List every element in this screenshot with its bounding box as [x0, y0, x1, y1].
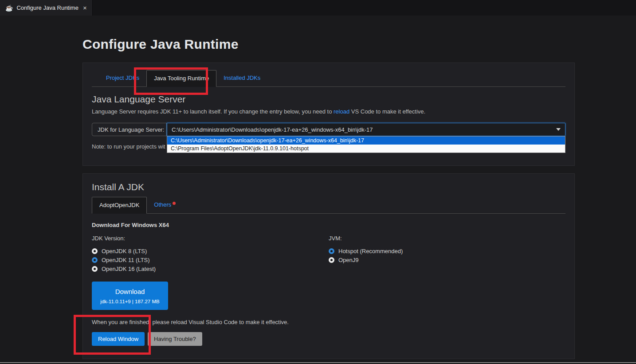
bottom-edge-strip	[0, 362, 636, 364]
java-runtime-panel: Project JDKs Java Tooling Runtime Instal…	[82, 63, 575, 166]
editor-tab-configure-java-runtime[interactable]: ☕ Configure Java Runtime ×	[0, 0, 93, 16]
tab-java-tooling-runtime[interactable]: Java Tooling Runtime	[146, 70, 216, 87]
radio-checked-icon	[329, 248, 334, 254]
runtime-tabs: Project JDKs Java Tooling Runtime Instal…	[92, 70, 565, 87]
editor-tab-label: Configure Java Runtime	[16, 4, 78, 11]
jdk-language-server-select[interactable]: C:\Users\Administrator\Downloads\openjdk…	[167, 123, 565, 136]
dropdown-option-jdk-17[interactable]: C:\Users\Administrator\Downloads\openjdk…	[167, 137, 565, 145]
jdk-language-server-label: JDK for Language Server:	[92, 123, 167, 136]
install-tabs: AdoptOpenJDK Others	[92, 197, 565, 214]
options-columns: JDK Version: OpenJDK 8 (LTS) OpenJDK 11 …	[92, 235, 565, 274]
tab-close-icon[interactable]: ×	[82, 4, 88, 12]
java-language-server-heading: Java Language Server	[92, 94, 565, 105]
description-text: Language Server requires JDK 11+ to laun…	[92, 108, 334, 115]
download-button[interactable]: Download jdk-11.0.11+9 | 187.27 MB	[92, 282, 168, 310]
radio-label: OpenJDK 11 (LTS)	[102, 257, 150, 263]
jdk-version-label: JDK Version:	[92, 235, 329, 242]
radio-openjdk-11[interactable]: OpenJDK 11 (LTS)	[92, 256, 329, 264]
radio-unchecked-icon	[92, 248, 98, 254]
radio-unchecked-icon	[329, 257, 334, 263]
download-for-heading: Download For Windows X64	[92, 222, 565, 228]
radio-checked-icon	[92, 257, 98, 263]
page-title: Configure Java Runtime	[82, 37, 239, 52]
radio-openj9[interactable]: OpenJ9	[329, 256, 403, 264]
select-value: C:\Users\Administrator\Downloads\openjdk…	[172, 126, 373, 133]
download-button-label: Download	[115, 288, 145, 295]
tab-others[interactable]: Others	[147, 197, 183, 213]
radio-label: OpenJDK 16 (Latest)	[102, 266, 156, 272]
dropdown-option-jdk-11[interactable]: C:\Program Files\AdoptOpenJDK\jdk-11.0.9…	[167, 145, 565, 153]
radio-openjdk-16[interactable]: OpenJDK 16 (Latest)	[92, 265, 329, 273]
radio-label: Hotspot (Recommended)	[338, 248, 403, 254]
radio-label: OpenJDK 8 (LTS)	[102, 248, 147, 254]
tab-others-label: Others	[154, 201, 171, 208]
reload-link[interactable]: reload	[334, 108, 349, 115]
install-jdk-panel: Install A JDK AdoptOpenJDK Others Downlo…	[82, 173, 575, 359]
jdk-version-column: JDK Version: OpenJDK 8 (LTS) OpenJDK 11 …	[92, 235, 329, 274]
java-cup-icon: ☕	[5, 4, 13, 12]
jvm-label: JVM:	[329, 235, 403, 242]
description-text-suffix: VS Code to make it effective.	[349, 108, 425, 115]
editor-tab-bar: ☕ Configure Java Runtime ×	[0, 0, 636, 16]
radio-openjdk-8[interactable]: OpenJDK 8 (LTS)	[92, 247, 329, 255]
jdk-select-dropdown: C:\Users\Administrator\Downloads\openjdk…	[167, 136, 565, 153]
jvm-column: JVM: Hotspot (Recommended) OpenJ9	[329, 235, 403, 274]
radio-label: OpenJ9	[338, 257, 359, 263]
having-trouble-button[interactable]: Having Trouble?	[148, 332, 202, 346]
jdk-language-server-group: JDK for Language Server: C:\Users\Admini…	[92, 123, 565, 136]
tab-project-jdks[interactable]: Project JDKs	[99, 70, 146, 86]
action-buttons: Reload Window Having Trouble?	[92, 332, 565, 346]
download-button-subtext: jdk-11.0.11+9 | 187.27 MB	[100, 299, 159, 304]
notification-dot-icon	[173, 202, 176, 205]
radio-hotspot[interactable]: Hotspot (Recommended)	[329, 247, 403, 255]
chevron-down-icon	[556, 128, 561, 131]
install-jdk-heading: Install A JDK	[92, 182, 565, 192]
tab-installed-jdks[interactable]: Installed JDKs	[216, 70, 267, 86]
radio-unchecked-icon	[92, 266, 98, 272]
language-server-description: Language Server requires JDK 11+ to laun…	[92, 108, 565, 115]
reload-window-button[interactable]: Reload Window	[92, 332, 145, 346]
finish-note: When you are finished, please reload Vis…	[92, 319, 565, 325]
webview-content: Configure Java Runtime Project JDKs Java…	[0, 16, 636, 364]
tab-adoptopenjdk[interactable]: AdoptOpenJDK	[92, 197, 147, 214]
